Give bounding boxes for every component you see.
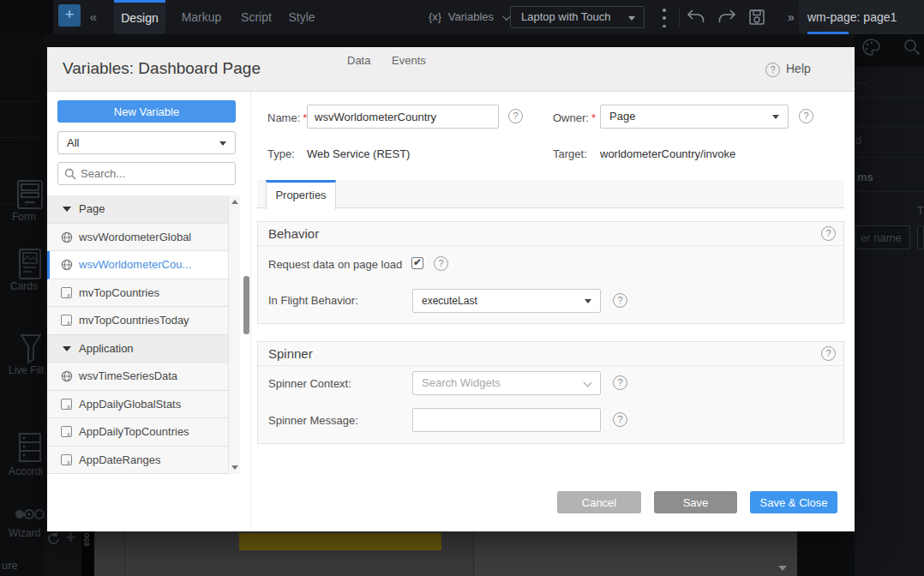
name-field[interactable] [307, 105, 499, 129]
variable-list-item[interactable]: AppDailyTopCountries [47, 418, 228, 447]
tab-data[interactable]: Data [347, 54, 370, 67]
tab-markup[interactable]: Markup [171, 0, 231, 34]
caret-down-icon [772, 115, 779, 119]
toolbox-item-label[interactable]: Form [12, 211, 36, 223]
help-icon[interactable]: ? [508, 109, 523, 123]
tab-properties[interactable]: Properties [266, 180, 336, 209]
variable-list-item[interactable]: AppDailyGlobalStats [47, 391, 228, 419]
caret-down-icon [219, 141, 226, 146]
toolbox-item-label[interactable]: Accordi [9, 465, 43, 477]
dialog-tabbar [257, 180, 844, 208]
spinner-context-select[interactable]: Search Widgets [412, 371, 601, 395]
live-filter-widget-icon[interactable] [21, 334, 41, 367]
accordion-widget-icon[interactable] [19, 433, 41, 465]
caret-down-icon [585, 299, 591, 303]
variable-list-item[interactable]: mvTopCountriesToday [47, 307, 228, 335]
dimmed-input: er name [855, 225, 910, 249]
page-active-indicator [807, 32, 849, 34]
request-data-checkbox[interactable] [411, 257, 423, 269]
help-icon[interactable]: ? [821, 226, 836, 241]
panel-fragment: ms [857, 171, 873, 183]
scroll-down-icon[interactable] [231, 465, 238, 470]
save-icon[interactable] [747, 8, 766, 27]
variable-list-item[interactable]: AppDateRanges [47, 447, 228, 475]
variable-list-scrollbar[interactable] [228, 195, 240, 474]
in-flight-label: In Flight Behavior: [268, 294, 358, 307]
help-link[interactable]: Help [786, 62, 811, 75]
more-options-button[interactable] [660, 9, 669, 27]
tab-script[interactable]: Script [230, 0, 283, 34]
variable-list-item-selected[interactable]: wsvWorldometerCou... [47, 251, 228, 279]
widget-toolbox: Form Cards Live Filt Accordi Wizard ure [0, 34, 45, 576]
variable-filter-select[interactable]: All [57, 131, 236, 154]
search-input[interactable] [81, 165, 231, 183]
add-widget-button[interactable]: + [58, 4, 81, 27]
model-variable-icon [61, 454, 72, 465]
wizard-widget-icon[interactable] [14, 507, 45, 525]
device-preview-select[interactable]: Laptop with Touch [510, 6, 645, 28]
help-icon[interactable]: ? [613, 293, 627, 308]
model-variable-icon [61, 315, 72, 326]
new-variable-button[interactable]: New Variable [57, 100, 236, 123]
theme-palette-icon[interactable] [861, 37, 881, 61]
web-service-variable-icon [61, 259, 73, 274]
help-icon[interactable]: ? [765, 63, 780, 77]
toolbox-item-label[interactable]: Wizard [9, 527, 40, 539]
form-widget-icon[interactable] [17, 180, 43, 213]
spinner-section-header: Spinner ? [258, 342, 843, 366]
behavior-section-header: Behavior ? [258, 222, 843, 246]
cards-widget-icon[interactable] [19, 249, 41, 283]
toolbox-item-label[interactable]: Live Filt [9, 364, 44, 376]
tab-design[interactable]: Design [114, 0, 165, 34]
help-icon[interactable]: ? [434, 256, 448, 271]
caret-expanded-icon [63, 207, 71, 212]
undo-icon[interactable] [686, 8, 706, 25]
variable-group-application[interactable]: Application [47, 335, 228, 363]
variable-list-item[interactable]: wsvTimeSeriesData [47, 363, 228, 391]
caret-expanded-icon [63, 346, 71, 351]
help-icon[interactable]: ? [613, 412, 627, 427]
variable-list-item[interactable]: wsvWordometerGlobal [47, 224, 228, 252]
help-icon[interactable]: ? [613, 375, 627, 390]
save-and-close-button[interactable]: Save & Close [750, 491, 837, 513]
refresh-icon[interactable] [46, 531, 61, 549]
save-button[interactable]: Save [654, 491, 737, 513]
cancel-button[interactable]: Cancel [557, 491, 641, 513]
variable-group-page[interactable]: Page [47, 195, 228, 224]
canvas-scroll-arrow [778, 566, 787, 571]
target-value: worldometerCountry/invoke [600, 147, 735, 160]
toolbox-footer: + [45, 531, 81, 576]
help-icon[interactable]: ? [799, 109, 813, 123]
spinner-message-field[interactable] [412, 408, 601, 432]
variables-menu-button[interactable]: {x} Variables [429, 0, 508, 34]
panel-fragment: d [855, 134, 861, 147]
redo-icon[interactable] [717, 8, 737, 25]
variable-list: Page wsvWordometerGlobal wsvWorldometerC… [47, 195, 228, 474]
expand-panel-button[interactable]: » [783, 0, 799, 34]
web-service-variable-icon [61, 370, 73, 386]
toolbox-partial-label: ure [2, 559, 18, 572]
variable-list-item[interactable]: mvTopCountries [47, 279, 228, 308]
help-icon[interactable]: ? [821, 346, 836, 361]
behavior-section: Behavior ? Request data on page load ? I… [257, 221, 844, 324]
spinner-title: Spinner [268, 346, 313, 361]
sidebar-divider [250, 92, 251, 531]
toolbox-item-label[interactable]: Cards [10, 280, 38, 292]
canvas-panel-right [473, 531, 797, 576]
canvas-widget-highlight [239, 533, 441, 550]
dialog-header: Variables: Dashboard Page ? Help [47, 47, 855, 92]
collapse-panel-button[interactable]: « [85, 6, 102, 28]
spinner-context-placeholder: Search Widgets [422, 376, 501, 389]
variable-search-box [57, 162, 236, 185]
topbar-separator [679, 7, 680, 27]
inspect-magnifier-icon[interactable] [902, 37, 922, 61]
owner-select[interactable]: Page [600, 105, 789, 129]
dialog-title: Variables: Dashboard Page [63, 59, 261, 78]
sidebar-scrollbar-thumb[interactable] [243, 276, 249, 334]
scroll-up-icon[interactable] [231, 200, 238, 204]
tab-events[interactable]: Events [392, 54, 426, 67]
panel-fragment: T [917, 204, 924, 217]
in-flight-select[interactable]: executeLast [412, 289, 601, 313]
wavemaker-studio: + « Design Markup Script Style {x} Varia… [0, 0, 924, 576]
tab-style[interactable]: Style [278, 0, 326, 34]
